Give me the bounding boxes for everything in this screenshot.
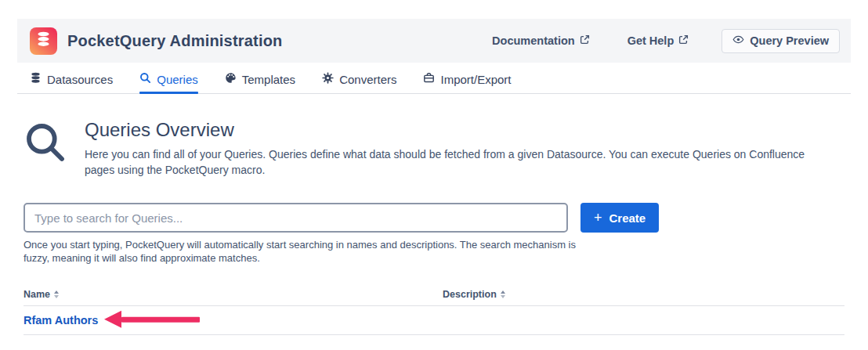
tab-import-export[interactable]: Import/Export [423,72,511,93]
admin-tab-bar: Datasources Queries Templates [17,63,851,94]
create-button-label: Create [609,211,646,225]
palette-icon [225,72,237,86]
external-link-icon [580,34,590,47]
gear-icon [322,72,334,86]
sort-icon [54,290,59,298]
tab-datasources-label: Datasources [47,73,113,86]
column-header-description-label: Description [443,289,497,300]
documentation-link-label: Documentation [492,34,575,47]
query-link-rfam-authors[interactable]: Rfam Authors [24,314,98,327]
app-header: PocketQuery Administration Documentation… [17,19,851,63]
tab-queries[interactable]: Queries [139,72,198,93]
documentation-link[interactable]: Documentation [492,34,590,47]
tab-converters[interactable]: Converters [322,72,396,93]
tab-templates[interactable]: Templates [225,72,295,93]
get-help-link-label: Get Help [627,34,675,47]
get-help-link[interactable]: Get Help [627,34,689,47]
column-header-name[interactable]: Name [24,289,443,300]
pocketquery-admin-page: PocketQuery Administration Documentation… [0,0,868,335]
search-helper-text: Once you start typing, PocketQuery will … [24,239,577,265]
tab-queries-label: Queries [157,73,198,86]
external-link-icon [678,34,689,47]
queries-overview-section: Queries Overview Here you can find all o… [24,119,844,178]
column-header-name-label: Name [24,289,50,300]
page-title: PocketQuery Administration [67,32,283,50]
database-logo-icon [35,31,52,51]
query-name-cell: Rfam Authors [24,313,443,327]
table-row: Rfam Authors [24,306,844,335]
pocketquery-logo [30,27,57,55]
briefcase-icon [423,72,435,86]
search-row: + Create [24,203,844,233]
section-description: Here you can find all of your Queries. Q… [85,146,818,178]
search-icon [139,72,151,86]
main-content: Queries Overview Here you can find all o… [17,119,851,335]
query-preview-button[interactable]: Query Preview [722,29,840,53]
create-button[interactable]: + Create [580,203,659,233]
tab-datasources[interactable]: Datasources [30,72,113,93]
eye-icon [732,34,744,48]
table-header-row: Name Description [24,289,844,306]
column-header-description[interactable]: Description [443,289,844,300]
magnifier-icon [24,121,67,178]
queries-table: Name Description Rfam Authors [24,289,844,335]
query-preview-button-label: Query Preview [750,34,829,47]
overview-text: Queries Overview Here you can find all o… [85,119,818,178]
database-icon [30,72,42,86]
section-title: Queries Overview [85,119,818,141]
plus-icon: + [594,211,602,225]
tab-templates-label: Templates [242,73,295,86]
search-input[interactable] [24,203,568,233]
header-actions: Documentation Get Help [492,29,840,53]
tab-import-export-label: Import/Export [440,73,511,86]
sort-icon [501,290,505,298]
tab-converters-label: Converters [339,73,396,86]
